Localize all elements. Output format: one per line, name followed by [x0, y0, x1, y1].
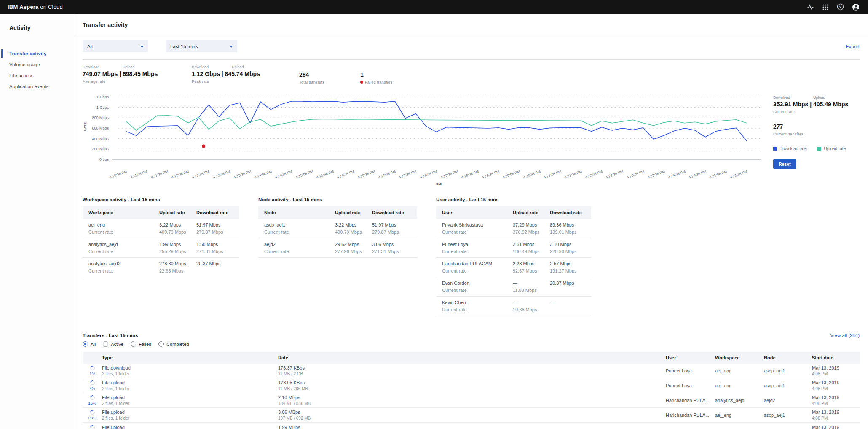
transfer-type: File upload: [102, 395, 278, 400]
transfer-row[interactable]: 4%File upload2 files, 1 folder173.95 KBp…: [83, 378, 860, 393]
activity-table: NodeUpload rateDownload rateascp_aej1Cur…: [258, 206, 417, 258]
transfers-section: Transfers - Last 15 mins View all (284) …: [83, 333, 860, 429]
main-content: Transfer activity All Last 15 mins Expor…: [75, 14, 868, 429]
legend-upload-rate[interactable]: Upload rate: [817, 146, 846, 151]
column-header-node: Node: [764, 355, 812, 360]
sidebar: Activity Transfer activityVolume usageFi…: [0, 14, 75, 429]
type-cell: File upload2 files, 1 folder: [102, 395, 278, 406]
transfer-type: File upload: [102, 410, 278, 415]
rate-cell: 3.06 MBps197 MB / 692 MB: [278, 410, 666, 421]
current-upload-label: Upload: [813, 95, 825, 100]
export-link[interactable]: Export: [846, 44, 860, 49]
chart-x-axis-title: TIME: [112, 182, 766, 186]
transfer-rate: 173.95 KBps: [278, 380, 666, 385]
y-tick-label: 1 Gbps: [96, 105, 109, 110]
upload-rate-cell: —10.88 Mbps: [513, 300, 550, 312]
radio-completed[interactable]: Completed: [158, 341, 189, 347]
workspace-cell: analytics_aejd: [715, 428, 764, 429]
user-cell: Harichandan PULA...: [666, 413, 715, 418]
radio-all[interactable]: All: [83, 341, 96, 347]
legend-download-rate[interactable]: Download rate: [773, 146, 806, 151]
transfer-progress-spinner-icon: [89, 380, 95, 386]
activity-cards: Workspace activity - Last 15 minsWorkspa…: [83, 197, 868, 316]
transfer-rate: 1.99 MBps: [278, 425, 666, 429]
workspace-cell: analytics_aejd: [715, 398, 764, 403]
y-tick-label: 0 bps: [99, 157, 109, 162]
sidebar-item-volume-usage[interactable]: Volume usage: [0, 59, 75, 70]
app-brand: IBM Aspera on Cloud: [8, 4, 63, 10]
name-cell: aej_engCurrent rate: [88, 222, 159, 235]
column-header-user: User: [442, 210, 513, 215]
activity-card-node: Node activity - Last 15 minsNodeUpload r…: [258, 197, 417, 316]
activity-card-user: User activity - Last 15 minsUserUpload r…: [436, 197, 591, 316]
upload-rate-cell: 278.30 Mbps22.68 Mbps: [159, 261, 196, 273]
table-row: ascp_aej1Current rate3.22 Mbps400.79 Mbp…: [258, 219, 417, 238]
transfer-type: File upload: [102, 425, 278, 429]
start-date-cell: Mar 13, 20194:08 PM: [812, 365, 860, 376]
column-header-upload-rate: Upload rate: [159, 210, 196, 215]
table-row: Harichandan PULAGAMCurrent rate2.23 Mbps…: [436, 258, 591, 277]
failed-transfers-stat: 1 Failed transfers: [360, 65, 392, 84]
svg-text:?: ?: [839, 5, 842, 9]
transfer-date: Mar 13, 2019: [812, 365, 860, 370]
transfer-row[interactable]: 28%File upload2 files, 1 folder3.06 MBps…: [83, 408, 860, 423]
y-tick-label: 600 Mbps: [92, 126, 109, 130]
transfer-date: Mar 13, 2019: [812, 395, 860, 400]
user-cell: Puneet Loya: [666, 368, 715, 373]
radio-label: Failed: [139, 342, 151, 347]
legend-swatch-upload-rate: [817, 147, 821, 151]
current-rate-caption: Current rate: [773, 109, 859, 114]
transfer-row[interactable]: 16%File upload2 files, 1 folder2.10 MBps…: [83, 393, 860, 408]
peak-download-label: Download: [192, 65, 232, 69]
activity-table: UserUpload rateDownload ratePriyank Shri…: [436, 206, 591, 316]
upload-rate-cell: 3.22 Mbps400.79 Mbps: [159, 222, 196, 235]
sidebar-item-file-access[interactable]: File access: [0, 70, 75, 81]
type-cell: File upload2 files, 1 folder: [102, 425, 278, 429]
current-transfers-caption: Current transfers: [773, 132, 859, 136]
name-cell: Harichandan PULAGAMCurrent rate: [442, 261, 513, 273]
summary-stats: Download Upload 749.07 Mbps | 698.45 Mbp…: [83, 65, 868, 84]
user-cell: Harichandan PULA...: [666, 428, 715, 429]
user-avatar-icon[interactable]: [852, 3, 860, 11]
scope-dropdown[interactable]: All: [83, 40, 148, 52]
time-range-dropdown[interactable]: Last 15 mins: [166, 40, 237, 52]
radio-failed[interactable]: Failed: [131, 341, 151, 347]
y-tick-label: 400 Mbps: [92, 137, 109, 141]
transfer-rate-chart[interactable]: [112, 92, 766, 166]
failed-dot-icon: [360, 81, 363, 84]
transfer-row[interactable]: 10%File upload2 files, 1 folder1.99 MBps…: [83, 423, 860, 429]
radio-circle: [83, 341, 88, 347]
pulse-icon[interactable]: [807, 3, 814, 11]
failed-transfers-value: 1: [360, 71, 392, 78]
page-title: Transfer activity: [83, 22, 868, 28]
peak-upload-label: Upload: [232, 65, 244, 69]
name-cell: ascp_aej1Current rate: [264, 222, 335, 235]
node-cell: ascp_aej1: [764, 383, 812, 388]
table-row: Priyank ShrivastavaCurrent rate37.29 Mbp…: [436, 219, 591, 238]
transfer-time: 4:08 PM: [812, 416, 860, 421]
table-row: aejd2Current rate29.62 Mbps277.96 Mbps3.…: [258, 238, 417, 258]
column-header-download-rate: Download rate: [196, 210, 239, 215]
transfer-date: Mar 13, 2019: [812, 380, 860, 385]
table-row: aej_engCurrent rate3.22 Mbps400.79 Mbps5…: [83, 219, 239, 238]
download-rate-cell: 51.97 Mbps279.87 Mbps: [196, 222, 239, 235]
transfer-progress-percent: 1%: [89, 371, 95, 376]
view-all-link[interactable]: View all (284): [830, 333, 860, 338]
reset-button[interactable]: Reset: [773, 159, 796, 169]
sidebar-item-transfer-activity[interactable]: Transfer activity: [0, 48, 75, 59]
transfer-row[interactable]: 1%File download2 files, 1 folder176.37 K…: [83, 364, 860, 378]
transfer-rate: 2.10 MBps: [278, 395, 666, 400]
chart-y-axis: RATE 1 Gbps1 Gbps800 Mbps600 Mbps400 Mbp…: [83, 92, 112, 166]
rate-cell: 2.10 MBps134 MB / 836 MB: [278, 395, 666, 406]
sidebar-item-application-events[interactable]: Application events: [0, 81, 75, 92]
transfer-date: Mar 13, 2019: [812, 410, 860, 415]
name-cell: Priyank ShrivastavaCurrent rate: [442, 222, 513, 235]
radio-active[interactable]: Active: [103, 341, 123, 347]
chart-y-axis-title: RATE: [83, 122, 87, 132]
help-icon[interactable]: ?: [837, 3, 844, 11]
failed-transfer-point[interactable]: [202, 145, 205, 148]
workspace-cell: aej_eng: [715, 413, 764, 418]
current-rate-value: 353.91 Mbps | 405.49 Mbps: [773, 101, 859, 108]
column-header-user: User: [666, 355, 715, 360]
apps-grid-icon[interactable]: [822, 4, 829, 11]
